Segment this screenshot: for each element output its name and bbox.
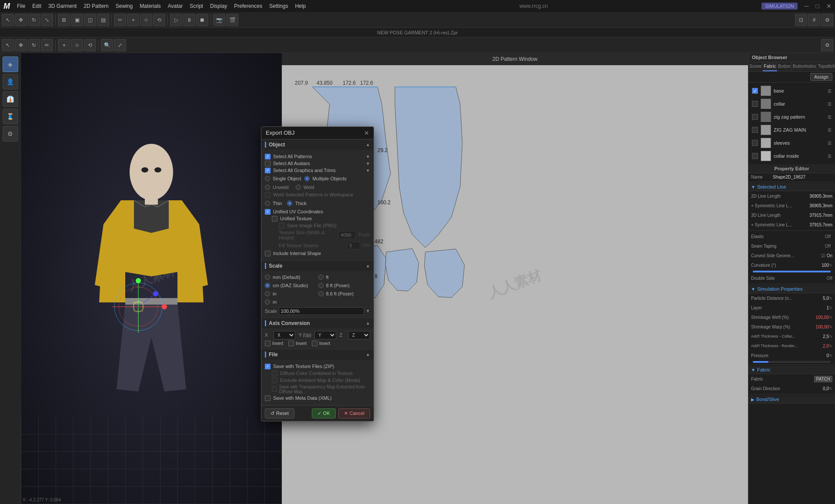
item-checkbox-base[interactable]: ✓ [752, 88, 758, 94]
menu-script[interactable]: Script [190, 3, 203, 9]
menu-3dgarment[interactable]: 3D Garment [48, 3, 77, 9]
selected-line-header[interactable]: ▼ Selected Line [748, 183, 835, 191]
thin-radio[interactable] [265, 201, 270, 206]
menu-2dpattern[interactable]: 2D Pattern [84, 3, 108, 9]
curvature-edit-icon[interactable]: ✎ [829, 263, 832, 268]
menu-edit[interactable]: Edit [32, 3, 41, 9]
scale-in-radio[interactable] [265, 291, 270, 296]
view-btn-4[interactable]: ▤ [97, 14, 109, 26]
menu-settings[interactable]: Settings [269, 3, 288, 9]
object-section-header[interactable]: Object ▲ [261, 139, 374, 150]
bond-slive-header[interactable]: ▶ Bond/Slive [748, 395, 835, 404]
grain-edit-icon[interactable]: ✎ [829, 386, 832, 391]
2d-settings-btn[interactable]: ⚙ [821, 39, 833, 51]
meta-data-checkbox[interactable] [265, 395, 271, 401]
scale-section-header[interactable]: Scale ▲ [261, 261, 374, 271]
menu-file[interactable]: File [17, 3, 25, 9]
tab-scene[interactable]: Scene [748, 62, 763, 71]
close-btn[interactable]: ✕ [826, 3, 832, 10]
view-btn-3[interactable]: ◫ [84, 14, 96, 26]
scale-tool-btn[interactable]: ⤡ [41, 14, 53, 26]
tab-buttonholes[interactable]: Buttonholes [792, 62, 817, 71]
scale-dropdown-arrow[interactable]: ▼ [366, 308, 370, 313]
camera-btn[interactable]: 📷 [213, 14, 225, 26]
unified-uv-checkbox[interactable] [265, 209, 271, 215]
select-all-avatars-checkbox[interactable] [265, 161, 271, 166]
select-all-avatars-dropdown[interactable]: ▼ [366, 161, 370, 166]
menu-display[interactable]: Display [210, 3, 227, 9]
2d-rotate-btn[interactable]: ↻ [28, 39, 40, 51]
scale-86ft-radio[interactable] [318, 291, 324, 296]
2d-btn-1[interactable]: ⌖ [58, 39, 70, 51]
2d-move-btn[interactable]: ✥ [15, 39, 27, 51]
scale-m-radio[interactable] [265, 299, 270, 305]
select-all-graphics-dropdown[interactable]: ▼ [366, 168, 370, 173]
fill-texture-input[interactable] [347, 242, 360, 249]
item-checkbox-zigzag-main[interactable] [752, 127, 758, 133]
tool-btn-10[interactable]: ⏸ [183, 14, 195, 26]
pressure-edit-icon[interactable]: ✎ [829, 353, 832, 358]
sidebar-fabric-btn[interactable]: 🧵 [3, 109, 18, 124]
list-item[interactable]: sleeves ☰ [750, 136, 833, 149]
scale-8ft-radio[interactable] [318, 283, 324, 288]
texture-size-input[interactable] [338, 231, 356, 239]
z-axis-select[interactable]: ZXY [348, 331, 370, 339]
thick-radio[interactable] [287, 201, 292, 206]
2d-zoom-btn[interactable]: 🔍 [101, 39, 113, 51]
tool-btn-9[interactable]: ▷ [170, 14, 182, 26]
list-item[interactable]: ZIG ZAG MAIN ☰ [750, 123, 833, 136]
list-item[interactable]: collar inside ☰ [750, 149, 833, 162]
item-checkbox-sleeves[interactable] [752, 140, 758, 146]
list-item[interactable]: collar ☰ [750, 97, 833, 110]
rotate-tool-btn[interactable]: ↻ [28, 14, 40, 26]
tool-btn-6[interactable]: ⌖ [127, 14, 139, 26]
assign-button[interactable]: Assign [810, 73, 832, 81]
axis-section-header[interactable]: Axis Conversion ▲ [261, 318, 374, 328]
grid-btn[interactable]: # [808, 14, 820, 26]
x-axis-select[interactable]: XYZ [274, 331, 295, 339]
layer-edit-icon[interactable]: ✎ [829, 305, 832, 310]
weld-radio[interactable] [296, 185, 301, 190]
export-obj-dialog[interactable]: Export OBJ ✕ Object ▲ Select All Patte [261, 126, 374, 421]
move-tool-btn[interactable]: ✥ [15, 14, 27, 26]
menu-help[interactable]: Help [295, 3, 306, 9]
menu-preferences[interactable]: Preferences [234, 3, 262, 9]
invert-z-checkbox[interactable] [312, 341, 317, 346]
reset-button[interactable]: ↺ Reset [265, 408, 294, 418]
single-object-radio[interactable] [265, 176, 270, 181]
tool-btn-7[interactable]: ⊹ [140, 14, 152, 26]
2d-btn-3[interactable]: ⟲ [84, 39, 96, 51]
scale-ft-radio[interactable] [318, 275, 324, 280]
unified-texture-checkbox[interactable] [272, 216, 277, 222]
invert-y-checkbox[interactable] [288, 341, 294, 346]
invert-x-checkbox[interactable] [265, 341, 271, 346]
menu-avatar[interactable]: Avatar [168, 3, 183, 9]
2d-btn-2[interactable]: ⊹ [71, 39, 83, 51]
file-section-header[interactable]: File ▲ [261, 349, 374, 360]
menu-materials[interactable]: Materials [140, 3, 161, 9]
sidebar-avatar-btn[interactable]: 👤 [3, 74, 18, 90]
sidebar-sim-btn[interactable]: ⚙ [3, 126, 18, 142]
render-btn[interactable]: 🎬 [226, 14, 238, 26]
cancel-button[interactable]: ✕ Cancel [338, 408, 370, 418]
curvature-slider[interactable] [753, 271, 831, 272]
shrink-weft-edit-icon[interactable]: ✎ [829, 315, 832, 320]
multiple-objects-radio[interactable] [304, 176, 310, 181]
select-all-graphics-checkbox[interactable] [265, 168, 271, 173]
thickness-collac-edit-icon[interactable]: ✎ [829, 334, 832, 339]
maximize-btn[interactable]: □ [816, 3, 819, 10]
select-all-patterns-dropdown[interactable]: ▼ [366, 154, 370, 159]
2d-select-btn[interactable]: ↖ [2, 39, 14, 51]
item-checkbox-zigzag-pattern[interactable] [752, 114, 758, 120]
select-tool-btn[interactable]: ↖ [2, 14, 14, 26]
particle-edit-icon[interactable]: ✎ [829, 296, 832, 301]
item-checkbox-collar[interactable] [752, 101, 758, 107]
dialog-close-btn[interactable]: ✕ [364, 129, 369, 136]
tool-btn-11[interactable]: ⏹ [196, 14, 208, 26]
include-internal-checkbox[interactable] [265, 251, 271, 256]
snap-btn[interactable]: ⊡ [795, 14, 807, 26]
2d-fit-btn[interactable]: ⤢ [114, 39, 126, 51]
y-axis-select[interactable]: YXZ [314, 331, 336, 339]
tool-btn-8[interactable]: ⟲ [153, 14, 165, 26]
save-texture-checkbox[interactable] [265, 364, 271, 369]
